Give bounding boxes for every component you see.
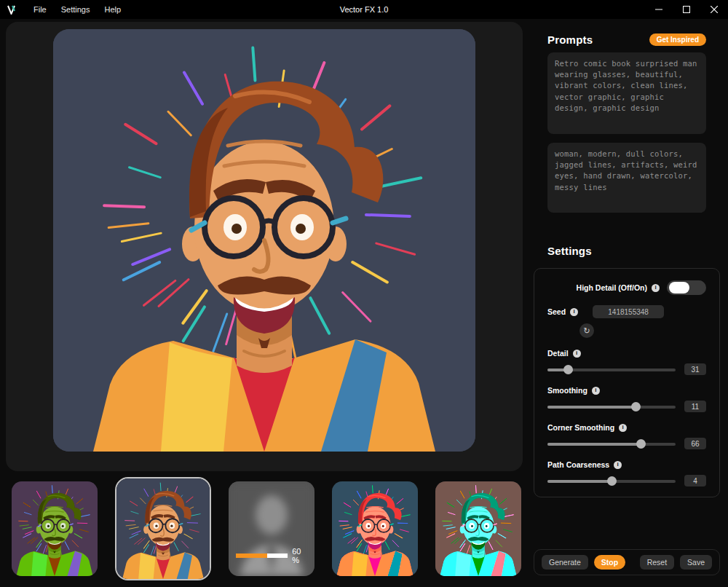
- path-coarseness-slider-group: Path Coarseness 4: [547, 460, 706, 486]
- window-title: Vector FX 1.0: [340, 5, 389, 14]
- corner-smoothing-slider-group: Corner Smoothing 66: [547, 423, 706, 449]
- minimize-button[interactable]: [645, 0, 673, 19]
- close-icon: [711, 6, 718, 13]
- detail-info-icon[interactable]: [573, 350, 581, 358]
- progress-bar: [236, 553, 288, 558]
- seed-label: Seed: [547, 307, 566, 316]
- detail-slider[interactable]: [547, 365, 676, 374]
- stop-button[interactable]: Stop: [594, 555, 625, 570]
- smoothing-value: 11: [684, 401, 706, 412]
- path-coarseness-label: Path Coarseness: [547, 460, 609, 469]
- menu-file[interactable]: File: [28, 4, 52, 15]
- thumbnail-1[interactable]: [12, 481, 98, 576]
- smoothing-label: Smoothing: [547, 386, 587, 395]
- path-coarseness-slider[interactable]: [547, 476, 676, 486]
- settings-heading: Settings: [547, 245, 706, 257]
- minimize-icon: [655, 6, 662, 13]
- smoothing-slider-group: Smoothing 11: [547, 386, 706, 412]
- menubar: File Settings Help: [28, 4, 127, 15]
- thumbnail-3-generating[interactable]: 60 %: [229, 481, 314, 576]
- settings-panel: High Detail (Off/On) Seed Detail: [534, 268, 720, 497]
- high-detail-row: High Detail (Off/On): [547, 280, 706, 295]
- save-button[interactable]: Save: [680, 555, 712, 570]
- seed-refresh-button[interactable]: [579, 323, 594, 338]
- progress-label: 60 %: [292, 547, 310, 564]
- seed-row: Seed: [547, 305, 706, 318]
- seed-input[interactable]: [593, 305, 664, 318]
- detail-label: Detail: [547, 349, 569, 358]
- slider-fill: [547, 406, 636, 409]
- positive-prompt-input[interactable]: Retro comic book surprised man wearing g…: [547, 52, 706, 134]
- high-detail-toggle[interactable]: [667, 280, 706, 295]
- get-inspired-button[interactable]: Get Inspired: [649, 34, 706, 46]
- detail-slider-group: Detail 31: [547, 349, 706, 375]
- slider-handle[interactable]: [563, 365, 573, 374]
- close-button[interactable]: [700, 0, 728, 19]
- reset-button[interactable]: Reset: [640, 555, 674, 570]
- toggle-handle: [669, 282, 689, 294]
- thumbnail-5[interactable]: [435, 481, 521, 576]
- thumbnail-4[interactable]: [332, 481, 418, 576]
- corner-smoothing-slider[interactable]: [547, 439, 676, 449]
- slider-fill: [547, 443, 641, 446]
- generated-image: [53, 29, 475, 452]
- menu-settings[interactable]: Settings: [55, 4, 96, 15]
- corner-smoothing-value: 66: [684, 438, 706, 449]
- corner-smoothing-info-icon[interactable]: [619, 424, 627, 432]
- generate-button[interactable]: Generate: [542, 555, 588, 570]
- progress-fill: [236, 553, 267, 558]
- thumbnail-2-selected[interactable]: [115, 477, 211, 580]
- menu-help[interactable]: Help: [98, 4, 127, 15]
- slider-handle[interactable]: [636, 439, 646, 449]
- generation-progress: 60 %: [236, 547, 310, 564]
- negative-prompt-input[interactable]: woman, modern, dull colors, jagged lines…: [547, 143, 706, 213]
- smoothing-info-icon[interactable]: [592, 387, 600, 395]
- seed-info-icon[interactable]: [570, 308, 578, 316]
- canvas-panel: [6, 22, 523, 471]
- high-detail-label: High Detail (Off/On): [577, 283, 647, 292]
- maximize-icon: [683, 6, 690, 13]
- prompts-heading: Prompts: [547, 34, 593, 46]
- path-coarseness-value: 4: [684, 475, 706, 486]
- actions-panel: Generate Stop Reset Save: [534, 549, 720, 575]
- slider-fill: [547, 480, 612, 483]
- high-detail-info-icon[interactable]: [652, 284, 660, 292]
- app-logo-v-icon: [7, 5, 17, 15]
- side-panel: Prompts Get Inspired Retro comic book su…: [523, 19, 728, 587]
- corner-smoothing-label: Corner Smoothing: [547, 423, 614, 432]
- slider-handle[interactable]: [631, 402, 641, 411]
- smoothing-slider[interactable]: [547, 402, 676, 411]
- detail-value: 31: [684, 363, 706, 375]
- window-controls: [645, 0, 728, 19]
- titlebar: File Settings Help Vector FX 1.0: [0, 0, 728, 19]
- maximize-button[interactable]: [673, 0, 700, 19]
- path-coarseness-info-icon[interactable]: [614, 461, 622, 469]
- slider-handle[interactable]: [607, 476, 617, 486]
- thumbnail-strip: 60 %: [6, 475, 524, 583]
